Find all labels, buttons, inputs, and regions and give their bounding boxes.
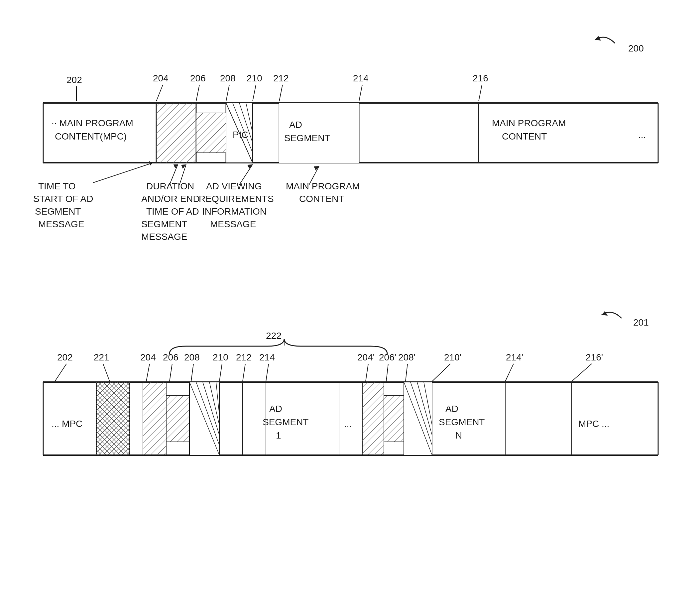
dots-right: ... [638,130,646,140]
ref-214prime-bot: 214' [506,352,523,362]
label-pic: PIC [233,130,248,140]
label-mpc-left-bottom: ... MPC [51,419,82,429]
ref-206-top: 206 [190,73,206,83]
label-mpc-left: ·· MAIN PROGRAM [51,118,133,128]
ref-204-bot: 204 [140,352,156,362]
label-ad-seg1: AD [269,404,282,414]
label-ad-segment: AD [289,120,302,130]
ann-time-to-start: TIME TO [38,181,76,191]
dots-middle-bottom: ... [344,419,352,429]
svg-line-90 [191,364,194,381]
ann-ad-viewing2: REQUIREMENTS [199,194,274,204]
ref-212-top: 212 [273,73,289,83]
ann-main-prog: MAIN PROGRAM [286,181,360,191]
ref-206prime-bot: 206' [379,352,396,362]
svg-line-87 [103,364,110,381]
svg-line-35 [93,163,153,183]
ref-210-top: 210 [247,73,262,83]
svg-line-28 [156,85,163,101]
label-ad-segment2: SEGMENT [284,133,330,143]
ref-204prime-bot: 204' [357,352,375,362]
label-mpc-right-bottom: MPC ... [578,419,609,429]
label-200: 200 [628,43,644,53]
svg-marker-45 [602,311,607,316]
label-201: 201 [633,317,649,328]
svg-line-32 [279,85,282,101]
label-ad-seg1b: SEGMENT [262,417,308,427]
label-222: 222 [266,331,281,341]
svg-line-97 [432,364,450,381]
ann-ad-viewing3: INFORMATION [202,206,267,216]
label-main-program-right2: CONTENT [502,131,547,141]
svg-rect-17 [156,103,196,163]
svg-line-93 [266,364,269,381]
label-ad-segN: AD [445,404,458,414]
svg-line-98 [505,364,514,381]
ann-time-to-start4: MESSAGE [38,219,84,229]
ann-main-prog2: CONTENT [299,194,344,204]
ref-208prime-bot: 208' [398,352,416,362]
ref-206-bot: 206 [163,352,178,362]
ref-212-bot: 212 [236,352,252,362]
svg-line-96 [405,364,407,381]
svg-line-95 [386,364,388,381]
svg-line-30 [226,85,229,101]
ann-duration2: AND/OR END [141,194,200,204]
ann-ad-viewing4: MESSAGE [210,219,256,229]
ref-202-bot: 202 [57,352,73,362]
svg-line-92 [243,364,245,381]
svg-line-91 [219,364,222,381]
ref-202-top: 202 [67,75,82,85]
svg-line-88 [146,364,150,381]
ref-210-bot: 210 [213,352,228,362]
ref-216prime-bot: 216' [586,352,603,362]
svg-line-99 [572,364,592,381]
label-mpc-left2: CONTENT(MPC) [55,131,127,141]
svg-rect-77 [362,382,384,455]
svg-line-31 [253,85,256,101]
ann-ad-viewing: AD VIEWING [206,181,262,191]
label-ad-segNc: N [455,430,462,441]
svg-line-33 [359,85,362,101]
ann-duration4: SEGMENT [141,219,187,229]
ref-214-bot: 214 [259,352,275,362]
svg-rect-69 [166,395,190,442]
label-ad-seg1c: 1 [276,430,281,441]
svg-rect-79 [384,395,404,442]
label-main-program-right: MAIN PROGRAM [492,118,566,128]
label-ad-segNb: SEGMENT [439,417,484,427]
ann-duration: DURATION [146,181,194,191]
ref-221-bot: 221 [94,352,109,362]
svg-line-34 [479,85,482,101]
svg-line-94 [366,364,368,381]
svg-line-86 [55,364,67,381]
ann-duration5: MESSAGE [141,232,187,242]
svg-line-29 [196,85,199,101]
svg-rect-19 [196,113,226,153]
ann-duration3: TIME OF AD [146,206,199,216]
diagram-container: 200 [0,0,700,596]
ref-216-top: 216 [473,73,488,83]
ann-time-to-start2: START OF AD [33,194,93,204]
ref-214-top: 214 [353,73,369,83]
ref-210prime-bot: 210' [444,352,461,362]
ref-208-bot: 208 [184,352,200,362]
ann-time-to-start3: SEGMENT [35,206,81,216]
svg-marker-0 [595,36,601,41]
svg-line-89 [170,364,172,381]
ref-208-top: 208 [220,73,236,83]
svg-rect-67 [143,382,166,455]
svg-rect-52 [96,382,130,455]
ref-204-top: 204 [153,73,169,83]
